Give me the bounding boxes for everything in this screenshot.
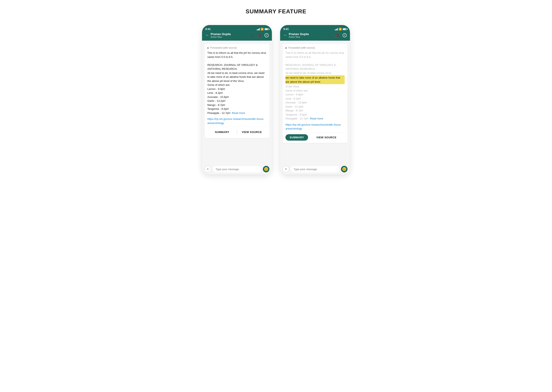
message-input-right[interactable]: [291, 166, 339, 172]
attachment-button-left[interactable]: +: [204, 166, 211, 172]
phone-body-left: ▶ Forwarded (with source) This is to inf…: [202, 41, 272, 164]
view-source-button-right[interactable]: VIEW SOURCE: [308, 134, 345, 140]
forwarded-label-left: ▶ Forwarded (with source): [207, 46, 267, 49]
contact-name-right: Pranav Gupta: [289, 32, 309, 36]
view-source-button-left[interactable]: VIEW SOURCE: [237, 128, 267, 136]
chat-header-right-section: ← Pranav Gupta Active Now: [283, 32, 309, 38]
message-actions-left: SUMMARY VIEW SOURCE: [207, 127, 267, 136]
emoji-button-right[interactable]: 😊: [341, 166, 348, 172]
message-bubble-right: ▶ Forwarded (with source) This is to inf…: [283, 44, 348, 143]
forwarded-label-right: ▶ Forwarded (with source): [285, 46, 345, 49]
summary-button-left[interactable]: SUMMARY: [207, 128, 237, 136]
forward-icon-right: ▶: [285, 46, 287, 49]
message-input-left[interactable]: [213, 166, 261, 172]
contact-name-left: Pranav Gupta: [211, 32, 231, 36]
chat-header-left-section: ← Pranav Gupta Active Now: [205, 32, 231, 38]
info-icon-left[interactable]: i: [264, 33, 269, 37]
back-arrow-left[interactable]: ←: [205, 33, 209, 37]
highlighted-text: we need to take more of an alkaline food…: [285, 76, 340, 83]
summary-button-right[interactable]: SUMMARY: [285, 134, 308, 140]
phone-body-right: ▶ Forwarded (with source) This is to inf…: [280, 41, 350, 164]
signal-icon-left: [257, 28, 260, 30]
chat-actions-right: 📞 🎥 i: [329, 33, 347, 37]
phone-footer-right: + 😊: [280, 164, 350, 175]
signal-icon-right: [335, 28, 338, 30]
video-call-icon-left[interactable]: 🎥: [257, 33, 261, 37]
wifi-icon-left: 📶: [261, 28, 264, 31]
phone-footer-left: + 😊: [202, 164, 272, 175]
status-icons-right: 📶: [335, 28, 347, 31]
message-actions-right: SUMMARY VIEW SOURCE: [285, 132, 345, 140]
chat-header-right: ← Pranav Gupta Active Now 📞 🎥 i: [283, 32, 347, 38]
phone-right-header: 9:41 📶 ←: [280, 25, 350, 41]
forward-icon-left: ▶: [207, 46, 209, 49]
video-call-icon-right[interactable]: 🎥: [336, 33, 340, 37]
phone-right: 9:41 📶 ←: [280, 25, 350, 175]
back-arrow-right[interactable]: ←: [283, 33, 287, 37]
wifi-icon-right: 📶: [339, 28, 342, 31]
status-icons-left: 📶: [257, 28, 269, 31]
phone-call-icon-left[interactable]: 📞: [251, 33, 255, 37]
contact-status-right: Active Now: [289, 36, 309, 38]
phones-container: 9:41 📶 ←: [202, 25, 350, 175]
message-body-left: This is to inform us all that the pH for…: [207, 51, 267, 115]
contact-info-left: Pranav Gupta Active Now: [211, 32, 231, 38]
highlighted-section: we need to take more of an alkaline food…: [285, 75, 345, 84]
phone-left-header: 9:41 📶 ←: [202, 25, 272, 41]
phone-left: 9:41 📶 ←: [202, 25, 272, 175]
read-more-left[interactable]: Read more: [232, 112, 245, 114]
message-body-right-faded: This is to inform us all that the pH for…: [285, 51, 345, 75]
message-link-right[interactable]: https://irp.nih.gov/our-researchsscienti…: [285, 123, 345, 131]
battery-icon-right: [343, 28, 347, 30]
status-bar-left: 9:41 📶: [205, 28, 269, 31]
message-body-right-faded-2: of the Virus. Some of which are: Lemon -…: [285, 84, 345, 121]
attachment-button-right[interactable]: +: [283, 166, 289, 172]
contact-info-right: Pranav Gupta Active Now: [289, 32, 309, 38]
status-time-left: 9:41: [205, 28, 211, 31]
page-title: SUMMARY FEATURE: [246, 8, 306, 15]
chat-header-left: ← Pranav Gupta Active Now 📞 🎥 i: [205, 32, 269, 38]
message-bubble-left: ▶ Forwarded (with source) This is to inf…: [204, 44, 269, 138]
message-link-left[interactable]: https://irp.nih.gov/our-research/sscient…: [207, 117, 267, 125]
chat-actions-left: 📞 🎥 i: [251, 33, 269, 37]
status-bar-right: 9:41 📶: [283, 28, 347, 31]
battery-icon-left: [264, 28, 269, 30]
contact-status-left: Active Now: [211, 36, 231, 38]
emoji-button-left[interactable]: 😊: [263, 166, 269, 172]
status-time-right: 9:41: [283, 28, 289, 31]
read-more-right[interactable]: Read more: [310, 117, 323, 120]
info-icon-right[interactable]: i: [343, 33, 347, 37]
phone-call-icon-right[interactable]: 📞: [329, 33, 333, 37]
